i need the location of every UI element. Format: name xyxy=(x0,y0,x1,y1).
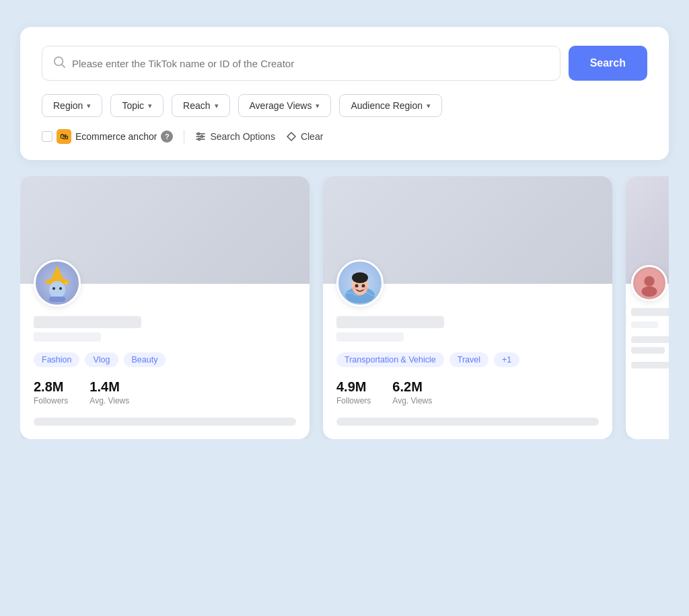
card-2-avatar-wrapper xyxy=(336,260,599,307)
tag-fashion[interactable]: Fashion xyxy=(34,352,79,367)
filter-average-views-label: Average Views xyxy=(250,100,312,111)
svg-point-20 xyxy=(353,286,357,291)
search-button[interactable]: Search xyxy=(569,46,647,81)
ecommerce-checkbox[interactable] xyxy=(42,131,52,142)
svg-point-24 xyxy=(641,286,657,297)
search-icon xyxy=(53,56,65,71)
chevron-down-icon: ▾ xyxy=(316,102,320,110)
card-2-body: Transportation & Vehicle Travel +1 4.9M … xyxy=(323,260,612,439)
tag-travel[interactable]: Travel xyxy=(449,352,488,367)
avatar-partial xyxy=(631,265,667,301)
card-2-name-placeholder xyxy=(336,316,444,328)
svg-rect-13 xyxy=(49,297,65,302)
tag-vlog[interactable]: Vlog xyxy=(85,352,118,367)
options-divider xyxy=(184,130,184,143)
sliders-icon xyxy=(195,131,206,142)
ecommerce-label: Ecommerce anchor xyxy=(75,131,157,142)
card-1-tags: Fashion Vlog Beauty xyxy=(34,352,296,367)
cards-area: ✦ Fashion Vlog Beauty 2.8M Followers 1.4… xyxy=(20,176,669,439)
card-2-followers: 4.9M Followers xyxy=(336,379,371,406)
card-2-avg-views-value: 6.2M xyxy=(392,379,432,395)
svg-point-10 xyxy=(49,281,65,299)
card-2-avg-views-label: Avg. Views xyxy=(392,396,432,406)
search-options-button[interactable]: Search Options xyxy=(195,131,275,142)
ecommerce-icon: 🛍 xyxy=(57,129,71,144)
filter-region-label: Region xyxy=(53,100,83,111)
card-2-stats: 4.9M Followers 6.2M Avg. Views xyxy=(336,379,599,406)
card-1-avg-views-value: 1.4M xyxy=(89,379,129,395)
card-1-avatar-wrapper: ✦ xyxy=(34,260,296,307)
svg-point-5 xyxy=(198,133,200,135)
filter-audience-region[interactable]: Audience Region ▾ xyxy=(339,94,442,117)
clear-icon xyxy=(286,131,297,142)
chevron-down-icon: ▾ xyxy=(427,102,431,110)
svg-marker-9 xyxy=(49,266,65,282)
card-2-tags: Transportation & Vehicle Travel +1 xyxy=(336,352,599,367)
filter-audience-region-label: Audience Region xyxy=(351,100,423,111)
tag-transportation[interactable]: Transportation & Vehicle xyxy=(336,352,444,367)
card-2-avg-views: 6.2M Avg. Views xyxy=(392,379,432,406)
card-1-followers-label: Followers xyxy=(34,396,68,406)
svg-point-6 xyxy=(201,136,203,138)
card-1-avg-views-label: Avg. Views xyxy=(89,396,129,406)
card-2-followers-value: 4.9M xyxy=(336,379,371,395)
avatar: ✦ xyxy=(34,260,81,307)
svg-point-11 xyxy=(52,287,55,290)
chevron-down-icon: ▾ xyxy=(87,102,91,110)
tag-beauty[interactable]: Beauty xyxy=(124,352,166,367)
search-panel: Search Region ▾ Topic ▾ Reach ▾ Average … xyxy=(20,27,669,160)
svg-point-12 xyxy=(59,287,62,290)
card-1-body: ✦ Fashion Vlog Beauty 2.8M Followers 1.4… xyxy=(20,260,310,439)
clear-button[interactable]: Clear xyxy=(286,131,323,142)
filter-reach[interactable]: Reach ▾ xyxy=(172,94,229,117)
chevron-down-icon: ▾ xyxy=(148,102,152,110)
avatar xyxy=(336,260,384,307)
svg-line-1 xyxy=(62,65,65,67)
card-2-sub-placeholder xyxy=(336,332,404,342)
svg-point-23 xyxy=(644,276,654,286)
card-1-followers: 2.8M Followers xyxy=(34,379,68,406)
tag-plus[interactable]: +1 xyxy=(494,352,519,367)
chevron-down-icon: ▾ xyxy=(215,102,219,110)
card-1-name-placeholder xyxy=(34,316,141,328)
svg-point-7 xyxy=(198,139,201,141)
help-icon[interactable]: ? xyxy=(161,130,173,143)
card-1-avg-views: 1.4M Avg. Views xyxy=(89,379,129,406)
svg-point-17 xyxy=(352,272,368,283)
search-options-label: Search Options xyxy=(210,131,275,142)
filter-topic[interactable]: Topic ▾ xyxy=(110,94,164,117)
search-input[interactable] xyxy=(72,58,549,69)
creator-card-1[interactable]: ✦ Fashion Vlog Beauty 2.8M Followers 1.4… xyxy=(20,176,310,439)
svg-text:✦: ✦ xyxy=(64,280,69,286)
creator-card-3-partial xyxy=(626,176,669,439)
card-1-stats: 2.8M Followers 1.4M Avg. Views xyxy=(34,379,296,406)
clear-label: Clear xyxy=(301,131,323,142)
creator-card-2[interactable]: Transportation & Vehicle Travel +1 4.9M … xyxy=(323,176,612,439)
options-row: 🛍 Ecommerce anchor ? Search Options Clea… xyxy=(42,129,647,144)
card-1-followers-value: 2.8M xyxy=(34,379,68,395)
search-input-wrapper xyxy=(42,46,560,81)
card-2-bar xyxy=(336,418,599,426)
ecommerce-checkbox-wrapper: 🛍 Ecommerce anchor ? xyxy=(42,129,173,144)
filter-topic-label: Topic xyxy=(122,100,144,111)
search-bar: Search xyxy=(42,46,647,81)
filter-row: Region ▾ Topic ▾ Reach ▾ Average Views ▾… xyxy=(42,94,647,117)
card-1-bar xyxy=(34,418,296,426)
filter-reach-label: Reach xyxy=(183,100,210,111)
filter-average-views[interactable]: Average Views ▾ xyxy=(238,94,332,117)
card-1-sub-placeholder xyxy=(34,332,101,342)
filter-region[interactable]: Region ▾ xyxy=(42,94,102,117)
svg-point-21 xyxy=(363,286,367,291)
card-2-followers-label: Followers xyxy=(336,396,371,406)
